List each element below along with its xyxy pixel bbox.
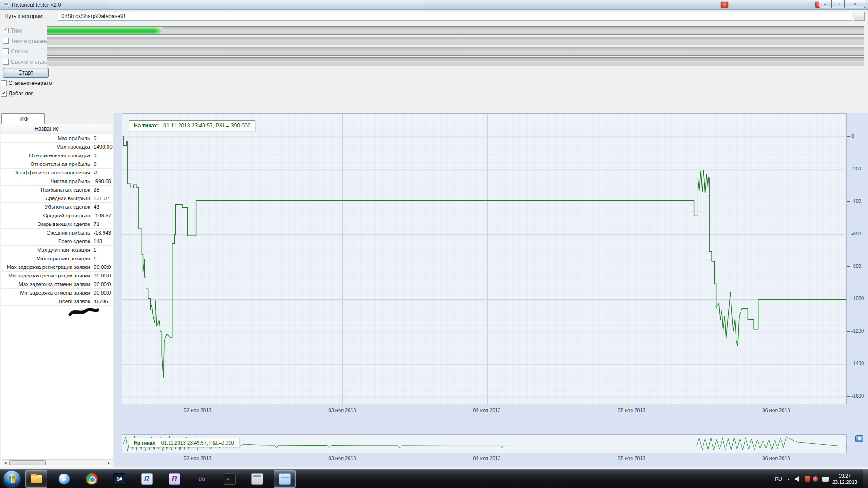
- stat-row[interactable]: Средний проигрыш-108.37: [1, 211, 113, 220]
- taskbar-clock[interactable]: 19:27 23.12.2013: [832, 473, 857, 486]
- stat-row[interactable]: Max просадка1490.00: [1, 143, 113, 151]
- start-button[interactable]: Старт: [3, 68, 49, 78]
- taskbar-apps: ▶S#RR∞>_: [25, 470, 301, 488]
- hidden-icons-arrow[interactable]: ▲: [787, 477, 790, 481]
- source-checkbox[interactable]: [3, 38, 9, 44]
- taskbar-button-gray-app[interactable]: [246, 470, 268, 488]
- stocksharp-icon: S#: [113, 473, 125, 485]
- taskbar-button-stocksharp[interactable]: S#: [108, 470, 130, 488]
- taskbar-button-chrome[interactable]: [80, 470, 103, 488]
- stat-row[interactable]: Чистая прибыль-990.00: [1, 177, 113, 186]
- history-path-input[interactable]: [58, 12, 852, 21]
- taskbar-button-media-player[interactable]: ▶: [53, 470, 75, 488]
- taskbar-button-historical-tester[interactable]: [274, 470, 296, 488]
- stat-row[interactable]: Коэффициент восстановления-1: [1, 169, 113, 177]
- show-desktop-button[interactable]: [863, 469, 868, 488]
- browse-button[interactable]: ...: [854, 12, 865, 21]
- stat-row[interactable]: Средняя прибыль-13.943: [1, 229, 113, 237]
- stat-value: -1: [92, 169, 113, 177]
- maximize-button[interactable]: □: [832, 0, 845, 8]
- horizontal-scrollbar[interactable]: ◄ ►: [2, 459, 113, 466]
- tooltip-value: 01.11.2013 23:49:57, P&L=-390.000: [163, 122, 250, 129]
- stat-row[interactable]: Max короткая позиция1: [1, 254, 113, 263]
- scroll-left-arrow[interactable]: ◄: [2, 460, 9, 466]
- taskbar-button-explorer[interactable]: [25, 470, 47, 488]
- stat-row[interactable]: Относительная просадка0: [1, 151, 113, 160]
- stat-label: Max задержка регистрации заявки: [1, 263, 92, 271]
- stat-value: 43: [92, 203, 113, 211]
- source-row: Свечки и стаканы: [0, 57, 868, 66]
- stat-label: Всего сделок: [1, 237, 92, 245]
- chrome-icon: [86, 473, 98, 485]
- scroll-thumb[interactable]: [9, 460, 46, 465]
- y-axis-tick: [847, 201, 850, 202]
- history-path-label: Путь к истории:: [5, 13, 43, 19]
- stat-value: -108.37: [92, 211, 113, 220]
- generator-checkbox[interactable]: [1, 80, 7, 86]
- taskbar-button-console[interactable]: >_: [218, 470, 241, 488]
- stats-rows: Max прибыль0Max просадка1490.00Относител…: [1, 134, 113, 306]
- r-blue-icon: R: [141, 473, 153, 485]
- stat-value: -990.00: [92, 177, 113, 185]
- start-menu-orb[interactable]: [4, 471, 20, 487]
- stat-row[interactable]: Min задержка регистрации заявки00:00:0: [1, 272, 113, 280]
- y-axis-label: -1000: [851, 296, 864, 301]
- stat-row[interactable]: Max задержка отмены заявки00:00:0: [1, 280, 113, 289]
- windows-flag-icon: [9, 476, 15, 483]
- stat-row[interactable]: Убыточных сделок43: [1, 203, 113, 211]
- stat-value: 00:00:0: [92, 280, 113, 288]
- source-checkbox[interactable]: [3, 28, 9, 33]
- debug-checkbox[interactable]: [1, 91, 7, 97]
- column-header-name[interactable]: Название: [1, 124, 92, 134]
- main-chart-plot[interactable]: [122, 113, 847, 404]
- stat-row[interactable]: Min задержка отмены заявки00:00:0: [1, 289, 113, 297]
- stat-row[interactable]: Всего заявок46706: [1, 297, 113, 306]
- stat-row[interactable]: Всего сделок143: [1, 237, 113, 246]
- stat-label: Убыточных сделок: [1, 203, 92, 211]
- stat-value: -13.943: [92, 229, 113, 237]
- scroll-right-arrow[interactable]: ►: [105, 460, 113, 466]
- taskbar-button-visual-studio[interactable]: ∞: [191, 470, 213, 488]
- title-bar: Historical tester v2.0 – □ ×: [0, 0, 868, 10]
- stat-row[interactable]: Средний выигрыш131.07: [1, 194, 113, 203]
- taskbar-button-r-purple[interactable]: R: [163, 470, 185, 488]
- tray-red-dot-icon[interactable]: [813, 476, 818, 482]
- y-axis-tick: [847, 234, 850, 234]
- stat-row[interactable]: Max задержка регистрации заявки00:00:0: [1, 263, 113, 272]
- y-axis-tick: [847, 136, 850, 137]
- background-window-artifact: [721, 2, 728, 8]
- tray-notification-icon[interactable]: [822, 477, 829, 482]
- source-checkbox[interactable]: [3, 59, 9, 65]
- stat-value: 71: [92, 220, 113, 228]
- stat-row[interactable]: Прибыльных сделок28: [1, 186, 113, 194]
- x-axis-label: 06 ноя 2013: [756, 408, 797, 413]
- source-checkbox[interactable]: [3, 48, 9, 54]
- source-label: Свечки и стаканы: [9, 59, 47, 65]
- data-source-rows: ТикиТики и стаканыСвечкиСвечки и стаканы: [0, 26, 868, 67]
- background-window-ghost: [108, 1, 425, 9]
- source-row: Свечки: [0, 47, 868, 56]
- y-axis-tick: [847, 396, 850, 397]
- chart-settings-icon[interactable]: [855, 435, 863, 442]
- tooltip-series-name: На тиках:: [134, 440, 157, 446]
- stat-row[interactable]: Max длинная позиция1: [1, 246, 113, 254]
- stat-value: 0: [92, 134, 113, 142]
- stat-row[interactable]: Max прибыль0: [1, 134, 113, 143]
- language-indicator[interactable]: RU: [775, 476, 782, 482]
- close-button[interactable]: ×: [845, 0, 865, 8]
- progress-bar: [47, 26, 864, 35]
- tab-ticks[interactable]: Тики: [1, 113, 45, 124]
- mini-x-axis-label: 05 ноя 2013: [611, 455, 652, 461]
- volume-icon[interactable]: [795, 476, 801, 482]
- stat-label: Средний проигрыш: [1, 211, 92, 220]
- tray-red-icon[interactable]: [805, 476, 810, 482]
- minimize-button[interactable]: –: [819, 0, 832, 8]
- stat-row[interactable]: Закрывающих сделок71: [1, 220, 113, 229]
- tooltip-value: 01.11.2013 23:49:57, P&L=0.000: [161, 440, 234, 446]
- stat-row[interactable]: Относительная прибыль0: [1, 160, 113, 169]
- source-label: Тики и стаканы: [9, 38, 47, 44]
- stat-value: 00:00:0: [92, 263, 113, 271]
- taskbar-button-r-blue[interactable]: R: [136, 470, 158, 488]
- window-controls: – □ ×: [819, 0, 865, 8]
- stat-value: 0: [92, 160, 113, 168]
